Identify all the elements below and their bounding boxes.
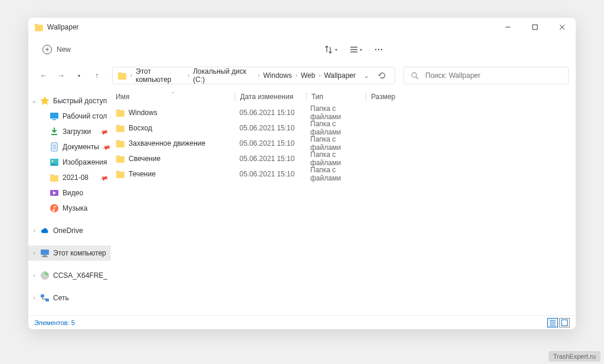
file-name: Восход [129,124,152,132]
large-icons-view-button[interactable] [559,318,570,327]
address-bar[interactable]: › Этот компьютер › Локальный диск (C:) ›… [112,67,395,84]
file-type: Папка с файлами [306,104,365,121]
status-text: Элементов: 5 [34,319,75,326]
breadcrumb-item[interactable]: Wallpaper [324,71,356,80]
window-controls [494,18,576,37]
pc-icon [40,248,50,258]
refresh-button[interactable] [375,71,390,80]
sort-icon [324,45,334,54]
sidebar-videos[interactable]: Видео [28,185,111,201]
file-row[interactable]: Течение05.06.2021 15:10Папка с файлами [111,166,576,182]
picture-icon [50,158,59,167]
watermark: TrashExpert.ru [549,351,600,362]
window-title: Wallpaper [47,23,79,31]
breadcrumb-item[interactable]: Windows [263,71,292,80]
pin-icon: 📌 [99,173,109,182]
sidebar-item-label: 2021-08 [63,173,88,182]
sidebar-item-label: Этот компьютер [53,249,106,257]
sidebar-downloads[interactable]: Загрузки 📌 [28,124,111,139]
file-name: Течение [129,170,156,178]
star-icon [40,96,50,106]
column-header-name[interactable]: ˄ Имя [111,93,235,101]
chevron-down-icon: ▾ [360,47,362,53]
file-row[interactable]: Windows05.06.2021 15:10Папка с файлами [111,105,576,120]
sort-asc-icon: ˄ [172,91,174,97]
file-row[interactable]: Восход05.06.2021 15:10Папка с файлами [111,120,576,136]
column-header-type[interactable]: Тип [307,93,366,101]
content-pane: ˄ Имя Дата изменения Тип Размер Windows0… [111,88,576,315]
more-button[interactable] [374,45,383,54]
folder-icon [116,108,125,117]
sidebar-pictures[interactable]: Изображения 📌 [28,155,111,170]
sidebar-item-label: Изображения [63,158,107,166]
main: ⌄ Быстрый доступ Рабочий стол 📌 Загрузки… [28,88,576,315]
breadcrumb-item[interactable]: Web [301,71,315,80]
recent-dropdown[interactable]: ▾ [74,73,84,78]
sidebar-disc[interactable]: › CCSA_X64FRE_RU-RU [28,268,111,283]
breadcrumb-item[interactable]: Локальный диск (C:) [193,67,254,84]
titlebar: Wallpaper [28,18,576,37]
up-button[interactable]: ↑ [92,71,101,80]
navbar: ← → ▾ ↑ › Этот компьютер › Локальный дис… [28,63,576,88]
folder-icon [116,139,125,148]
sidebar-this-pc[interactable]: › Этот компьютер [28,245,111,261]
file-list: Windows05.06.2021 15:10Папка с файламиВо… [111,105,576,315]
breadcrumb-item[interactable]: Этот компьютер [136,67,184,84]
folder-icon [116,123,125,133]
search-icon [410,71,419,80]
minimize-button[interactable] [494,18,521,37]
maximize-button[interactable] [521,18,549,37]
sidebar-quick-access[interactable]: ⌄ Быстрый доступ [28,93,111,109]
file-row[interactable]: Свечение05.06.2021 15:10Папка с файлами [111,151,576,166]
file-name: Свечение [129,155,160,163]
address-dropdown[interactable]: ⌄ [360,73,372,79]
forward-button[interactable]: → [57,71,66,80]
file-row[interactable]: Захваченное движение05.06.2021 15:10Папк… [111,136,576,151]
more-icon [374,45,383,54]
sidebar-music[interactable]: Музыка [28,201,111,216]
toolbar: + New ▾ ▾ [28,37,576,63]
back-button[interactable]: ← [39,71,48,80]
folder-icon [116,154,125,163]
sort-button[interactable]: ▾ [324,45,337,54]
view-button[interactable]: ▾ [349,45,362,54]
new-button[interactable]: + New [38,42,76,57]
close-button[interactable] [549,18,576,37]
title-area: Wallpaper [34,22,79,32]
sidebar-network[interactable]: › Сеть [28,290,111,306]
pin-icon: 📌 [99,127,109,136]
search-box[interactable] [403,67,569,84]
video-icon [50,188,59,198]
chevron-right-icon[interactable]: › [31,295,38,301]
search-input[interactable] [424,71,562,80]
statusbar: Элементов: 5 [28,315,576,329]
column-header-date[interactable]: Дата изменения [235,93,306,101]
sidebar-desktop[interactable]: Рабочий стол 📌 [28,109,111,124]
chevron-right-icon[interactable]: › [31,228,38,234]
file-date: 05.06.2021 15:10 [235,109,306,117]
file-name: Захваченное движение [129,139,205,147]
sidebar-item-label: OneDrive [53,227,83,235]
sidebar-item-label: CCSA_X64FRE_RU-RU [53,271,107,280]
folder-icon [117,71,127,80]
disc-icon [40,271,50,280]
sidebar-onedrive[interactable]: › OneDrive [28,223,111,238]
chevron-right-icon[interactable]: › [31,250,38,256]
download-icon [50,127,59,136]
sidebar-2021-08[interactable]: 2021-08 📌 [28,170,111,185]
pin-icon: 📌 [109,158,111,167]
chevron-right-icon: › [317,73,321,78]
file-date: 05.06.2021 15:10 [235,155,306,163]
chevron-down-icon[interactable]: ⌄ [31,98,38,104]
document-icon [50,142,59,152]
view-list-icon [349,45,359,54]
file-type: Папка с файлами [306,120,365,136]
pin-icon: 📌 [109,112,111,121]
sidebar-documents[interactable]: Документы 📌 [28,139,111,155]
details-view-button[interactable] [547,318,558,327]
sidebar-item-label: Быстрый доступ [53,97,107,105]
sidebar-item-label: Видео [63,189,83,197]
column-header-size[interactable]: Размер [366,93,413,101]
chevron-right-icon[interactable]: › [31,273,38,278]
file-explorer-window: Wallpaper + New ▾ ▾ [28,18,576,329]
